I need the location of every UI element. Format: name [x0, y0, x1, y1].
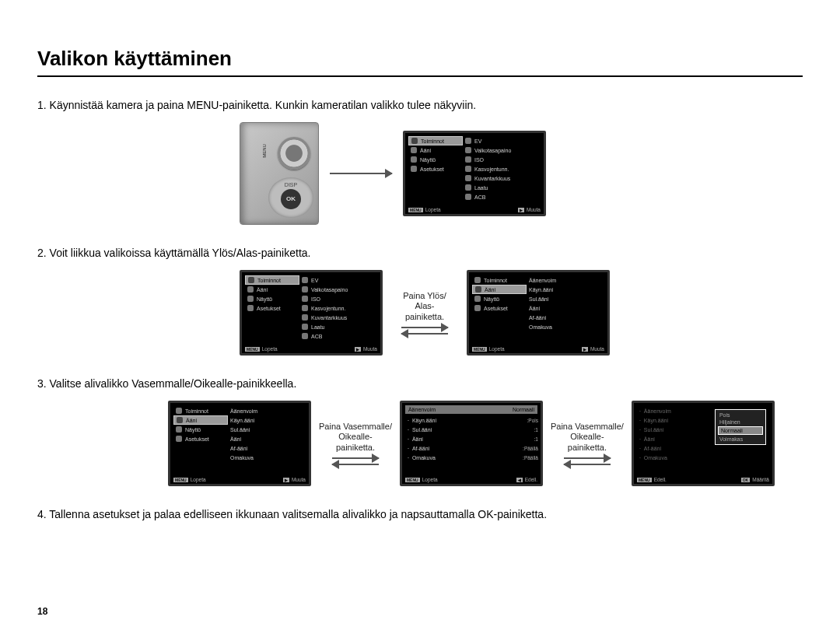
- menu-screen-sound: Toiminnot Ääni Näyttö Asetukset Äänenvoi…: [467, 270, 610, 356]
- menu-screen-popup: · Äänenvoim · Käyn.ääni · Sul.ääni · Ään…: [632, 401, 775, 486]
- menu-screen-sound-2: Toiminnot Ääni Näyttö Asetukset Äänenvoi…: [168, 401, 311, 486]
- arrow-right-icon: [401, 327, 448, 328]
- label-updown: Paina Ylös/ Alas- painiketta.: [403, 291, 446, 322]
- arrow-left-icon: [564, 464, 611, 465]
- arrow-left-icon: [332, 464, 379, 465]
- page-number: 18: [37, 606, 47, 617]
- step-2-text: 2. Voit liikkua valikoissa käyttämällä Y…: [37, 247, 803, 259]
- menu-screen-sound-values: ÄänenvoimNormaali · Käyn.ääni:Pois · Sul…: [400, 401, 543, 486]
- step-4-text: 4. Tallenna asetukset ja palaa edellisee…: [37, 508, 803, 520]
- label-leftright-2: Paina Vasemmalle/ Oikealle- painiketta.: [551, 422, 624, 453]
- camera-illustration: MENU DISP OK: [240, 122, 319, 225]
- label-leftright-1: Paina Vasemmalle/ Oikealle- painiketta.: [319, 422, 392, 453]
- step-1-text: 1. Käynnistää kamera ja paina MENU-paini…: [37, 99, 803, 111]
- arrow-right-icon: [564, 457, 611, 459]
- menu-screen-functions-2: Toiminnot Ääni Näyttö Asetukset EV Valko…: [240, 270, 383, 356]
- arrow-right-icon: [332, 457, 379, 459]
- menu-screen-functions: Toiminnot Ääni Näyttö Asetukset EV Valko…: [403, 131, 546, 216]
- page-title: Valikon käyttäminen: [37, 47, 803, 77]
- arrow-left-icon: [401, 333, 448, 335]
- arrow-right-icon: [330, 173, 392, 174]
- step-3-text: 3. Valitse alivalikko Vasemmalle/Oikeall…: [37, 377, 803, 390]
- volume-popup: Pois Hiljainen Normaali Voimakas: [715, 409, 766, 445]
